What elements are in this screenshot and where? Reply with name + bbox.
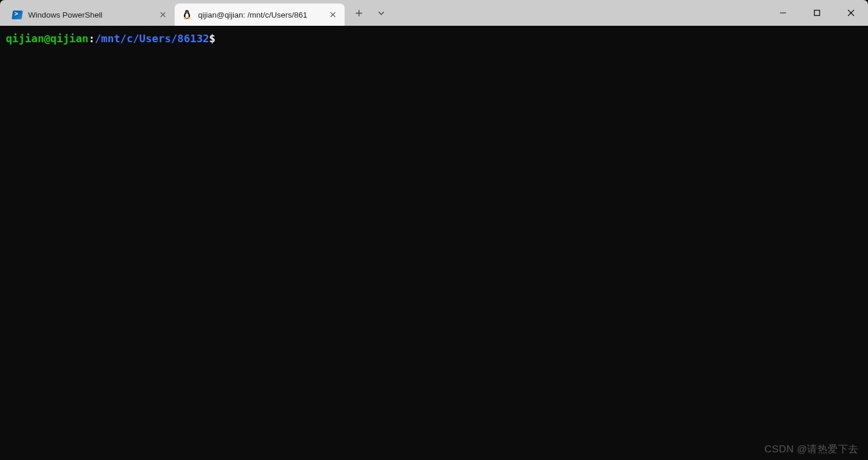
minimize-icon <box>780 9 787 16</box>
prompt-user-host: qijian@qijian <box>6 32 88 45</box>
tab-powershell[interactable]: Windows PowerShell <box>5 4 175 26</box>
svg-rect-6 <box>815 11 820 16</box>
titlebar: Windows PowerShell <box>0 0 868 26</box>
svg-point-4 <box>186 12 186 13</box>
powershell-icon <box>12 9 22 20</box>
maximize-icon <box>813 9 821 16</box>
tab-strip: Windows PowerShell <box>0 0 345 26</box>
prompt-separator: : <box>88 32 95 45</box>
minimize-button[interactable] <box>766 0 800 26</box>
watermark: CSDN @请热爱下去 <box>764 443 859 456</box>
prompt-symbol: $ <box>209 32 216 45</box>
svg-point-1 <box>185 13 189 18</box>
new-tab-button[interactable] <box>348 2 369 23</box>
tab-wsl[interactable]: qijian@qijian: /mnt/c/Users/861 <box>175 4 345 26</box>
tux-icon <box>182 9 192 20</box>
prompt-line: qijian@qijian:/mnt/c/Users/86132$ <box>6 32 862 46</box>
tab-title: qijian@qijian: /mnt/c/Users/861 <box>198 11 321 19</box>
close-icon <box>847 9 855 16</box>
maximize-button[interactable] <box>800 0 834 26</box>
close-icon <box>330 12 336 18</box>
plus-icon <box>355 9 363 17</box>
tab-dropdown-button[interactable] <box>370 2 392 23</box>
chevron-down-icon <box>377 9 385 17</box>
tab-close-button[interactable] <box>327 9 339 21</box>
prompt-path: /mnt/c/Users/86132 <box>95 32 209 45</box>
close-icon <box>160 12 166 18</box>
tab-actions <box>345 0 392 26</box>
close-window-button[interactable] <box>834 0 868 26</box>
tab-title: Windows PowerShell <box>28 11 151 19</box>
tab-close-button[interactable] <box>157 9 169 21</box>
terminal-body[interactable]: qijian@qijian:/mnt/c/Users/86132$ CSDN @… <box>0 26 868 460</box>
window-controls <box>766 0 868 26</box>
svg-point-5 <box>188 12 188 13</box>
